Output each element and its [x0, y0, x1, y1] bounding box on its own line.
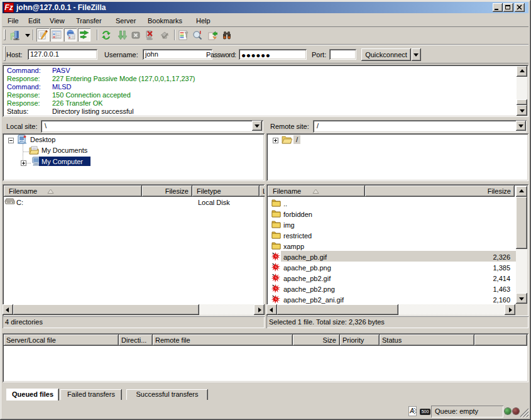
svg-text:A: A — [409, 407, 414, 414]
